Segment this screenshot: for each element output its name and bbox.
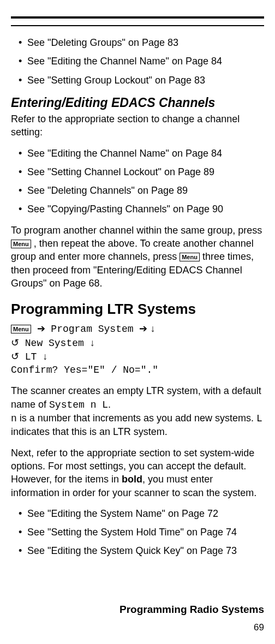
list-item: See "Setting Channel Lockout" on Page 89 [27,165,264,178]
arrow-down-icon: ↓ [90,337,95,348]
top-rule-thin [11,25,264,26]
nav-text: Confirm? Yes="E" / No="." [11,365,158,375]
list-item-text: See "Deleting Groups" on Page 83 [27,37,178,48]
list-item-text: See "Setting Channel Lockout" on Page 89 [27,166,214,177]
arrow-down-icon: ↓ [43,351,47,362]
list-item-text: See "Editing the Channel Name" on Page 8… [27,56,222,67]
bullet-list-ltr: See "Editing the System Name" on Page 72… [11,507,264,558]
paragraph-follow: To program another channel within the sa… [11,224,264,290]
list-item: See "Copying/Pasting Channels" on Page 9… [27,202,264,216]
list-item: See "Setting the System Hold Time" on Pa… [27,526,264,539]
text-fragment: indicates that this is an LTR system. [11,426,168,437]
text-fragment: The scanner creates an empty LTR system,… [11,385,261,409]
list-item-text: See "Editing the System Quick Key" on Pa… [27,545,237,556]
paragraph-system-name: The scanner creates an empty LTR system,… [11,384,264,438]
list-item-text: See "Deleting Channels" on Page 89 [27,185,188,196]
list-item: See "Editing the Channel Name" on Page 8… [27,147,264,160]
list-item: See "Deleting Groups" on Page 83 [27,36,264,49]
list-item: See "Editing the Channel Name" on Page 8… [27,55,264,68]
heading-ltr: Programming LTR Systems [11,300,264,319]
nav-text: New System [19,338,90,349]
menu-button-icon: Menu [11,240,31,248]
nav-sequence: Menu ➔ Program System ➔ ↓ ↺ New System ↓… [11,322,264,377]
arrow-right-icon: ➔ [37,323,45,334]
rotate-icon: ↺ [11,337,19,348]
footer-title: Programming Radio Systems [119,603,264,617]
list-item: See "Editing the System Quick Key" on Pa… [27,544,264,557]
list-item-text: See "Editing the Channel Name" on Page 8… [27,148,222,159]
page-container: See "Deleting Groups" on Page 83 See "Ed… [0,0,275,644]
text-fragment: To program another channel within the sa… [11,225,262,236]
arrow-down-icon: ↓ [150,323,155,334]
list-item-text: See "Setting the System Hold Time" on Pa… [27,527,237,538]
list-item-text: See "Copying/Pasting Channels" on Page 9… [27,204,223,214]
top-rule-thick [11,16,264,19]
list-item-text: See "Editing the System Name" on Page 72 [27,508,218,519]
menu-button-icon: Menu [180,253,200,261]
list-item: See "Editing the System Name" on Page 72 [27,507,264,520]
code-text: n [11,413,17,424]
menu-button-icon: Menu [11,325,31,333]
bullet-list-top: See "Deleting Groups" on Page 83 See "Ed… [11,36,264,87]
bold-text: bold [122,474,142,485]
text-fragment: is a number that increments as you add n… [17,413,256,424]
arrow-right-icon: ➔ [139,323,150,334]
paragraph-options: Next, refer to the appropriate section t… [11,446,264,499]
paragraph-intro: Refer to the appropriate section to chan… [11,112,264,139]
list-item-text: See "Setting Group Lockout" on Page 83 [27,75,205,86]
code-text: L [256,413,262,424]
page-number: 69 [254,622,264,634]
code-text: System n L [49,399,108,410]
rotate-icon: ↺ [11,351,19,362]
nav-text: Program System [45,324,140,335]
nav-text: LT [19,351,43,362]
subheading-edacs: Entering/Editing EDACS Channels [11,94,264,111]
bullet-list-edacs: See "Editing the Channel Name" on Page 8… [11,147,264,216]
list-item: See "Deleting Channels" on Page 89 [27,184,264,197]
list-item: See "Setting Group Lockout" on Page 83 [27,74,264,87]
text-fragment: . [108,399,111,410]
